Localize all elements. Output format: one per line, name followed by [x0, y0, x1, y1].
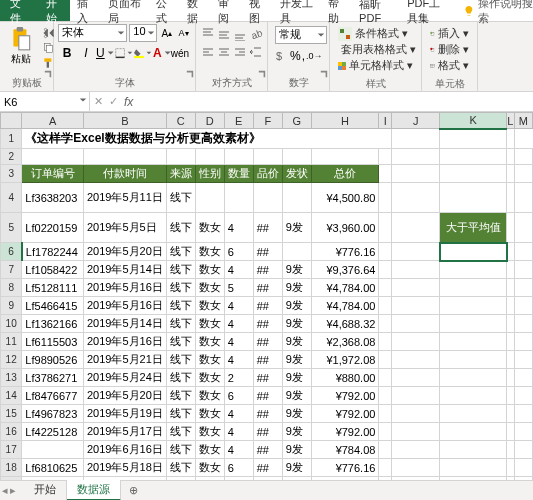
- cell[interactable]: 4: [224, 351, 253, 369]
- row-header[interactable]: 5: [1, 213, 22, 243]
- cell[interactable]: 4: [224, 405, 253, 423]
- cell[interactable]: 线下: [166, 243, 195, 261]
- sheet-tab[interactable]: 数据源: [67, 480, 121, 500]
- cell[interactable]: 2019年5月14日: [83, 315, 166, 333]
- cell[interactable]: ¥3,960.00: [311, 213, 379, 243]
- cell[interactable]: 数女: [195, 243, 224, 261]
- table-header[interactable]: 订单编号: [22, 165, 84, 183]
- fx-icon[interactable]: fx: [124, 95, 133, 109]
- cell[interactable]: Lf9890526: [22, 351, 84, 369]
- cell[interactable]: [195, 183, 224, 213]
- cell[interactable]: [392, 387, 440, 405]
- cell[interactable]: 9发: [282, 261, 311, 279]
- cell[interactable]: 线下: [166, 405, 195, 423]
- cell[interactable]: 线下: [166, 441, 195, 459]
- row-header[interactable]: 1: [1, 129, 22, 149]
- row-header[interactable]: 16: [1, 423, 22, 441]
- cell[interactable]: 2019年5月14日: [83, 261, 166, 279]
- row-header[interactable]: 9: [1, 297, 22, 315]
- cell[interactable]: ¥4,784.00: [311, 297, 379, 315]
- cell[interactable]: 4: [224, 333, 253, 351]
- cell[interactable]: 2019年5月20日: [83, 387, 166, 405]
- row-header[interactable]: 2: [1, 149, 22, 165]
- font-size-select[interactable]: 10: [129, 24, 157, 42]
- cell[interactable]: ##: [253, 387, 282, 405]
- cell[interactable]: 9发: [282, 351, 311, 369]
- cell[interactable]: [440, 441, 507, 459]
- paste-button[interactable]: 粘贴: [4, 24, 38, 70]
- cell[interactable]: 数女: [195, 213, 224, 243]
- cell[interactable]: 2019年5月21日: [83, 351, 166, 369]
- cell[interactable]: [22, 441, 84, 459]
- cell[interactable]: [440, 405, 507, 423]
- cell[interactable]: 9发: [282, 405, 311, 423]
- insert-cells-button[interactable]: 插入 ▾: [430, 26, 469, 41]
- cell[interactable]: 4: [224, 297, 253, 315]
- cell[interactable]: [392, 351, 440, 369]
- cell[interactable]: [514, 369, 532, 387]
- col-header-K[interactable]: K: [440, 113, 507, 129]
- cell[interactable]: 线下: [166, 279, 195, 297]
- cell[interactable]: ¥792.00: [311, 423, 379, 441]
- cell[interactable]: [507, 297, 515, 315]
- cell[interactable]: [514, 441, 532, 459]
- enter-formula-icon[interactable]: ✓: [109, 95, 118, 108]
- menu-插入[interactable]: 插入: [70, 0, 101, 21]
- table-header[interactable]: 付款时间: [83, 165, 166, 183]
- cell[interactable]: 2019年5月16日: [83, 333, 166, 351]
- cell[interactable]: 线下: [166, 297, 195, 315]
- delete-cells-button[interactable]: 删除 ▾: [430, 42, 469, 57]
- row-header[interactable]: 14: [1, 387, 22, 405]
- cell[interactable]: [379, 387, 392, 405]
- bold-button[interactable]: B: [58, 44, 76, 62]
- cell[interactable]: 2019年5月19日: [83, 405, 166, 423]
- cell[interactable]: [440, 297, 507, 315]
- cell[interactable]: 数女: [195, 261, 224, 279]
- cell[interactable]: ##: [253, 315, 282, 333]
- cell[interactable]: [507, 213, 515, 243]
- menu-PDF工具集[interactable]: PDF工具集: [400, 0, 457, 21]
- phonetic-button[interactable]: wén: [172, 44, 190, 62]
- cell[interactable]: 4: [224, 261, 253, 279]
- cell[interactable]: [379, 423, 392, 441]
- cell[interactable]: 2019年5月11日: [83, 183, 166, 213]
- decrease-font-button[interactable]: A▾: [176, 24, 191, 42]
- orientation-button[interactable]: ab: [248, 26, 263, 42]
- cell-styles-button[interactable]: 单元格样式 ▾: [338, 58, 413, 73]
- cell[interactable]: [282, 183, 311, 213]
- cell[interactable]: 2019年5月16日: [83, 297, 166, 315]
- sheet-nav-next[interactable]: ▸: [10, 484, 16, 497]
- col-header-B[interactable]: B: [83, 113, 166, 129]
- align-left-button[interactable]: [200, 44, 215, 60]
- dialog-launcher-icon[interactable]: [320, 70, 328, 78]
- cell[interactable]: ¥776.16: [311, 243, 379, 261]
- cell[interactable]: [392, 315, 440, 333]
- cell[interactable]: [379, 213, 392, 243]
- title-cell[interactable]: 《这样学Excel数据数据与分析更高效素材》: [22, 129, 392, 149]
- cell[interactable]: [392, 243, 440, 261]
- cell[interactable]: Lf3786271: [22, 369, 84, 387]
- cell[interactable]: [379, 279, 392, 297]
- table-header[interactable]: 来源: [166, 165, 195, 183]
- menu-开始[interactable]: 开始: [39, 0, 70, 21]
- cell[interactable]: 4: [224, 213, 253, 243]
- cell[interactable]: [392, 261, 440, 279]
- row-header[interactable]: 13: [1, 369, 22, 387]
- cell[interactable]: [514, 279, 532, 297]
- menu-视图[interactable]: 视图: [242, 0, 273, 21]
- cell[interactable]: [282, 243, 311, 261]
- cell[interactable]: ##: [253, 279, 282, 297]
- cell[interactable]: [507, 387, 515, 405]
- cell[interactable]: [392, 405, 440, 423]
- cell[interactable]: [514, 351, 532, 369]
- cell[interactable]: [379, 459, 392, 477]
- cell[interactable]: 6: [224, 459, 253, 477]
- cell[interactable]: 大于平均值: [440, 213, 507, 243]
- cell[interactable]: [507, 243, 515, 261]
- cell[interactable]: ##: [253, 297, 282, 315]
- cell[interactable]: 数女: [195, 279, 224, 297]
- cell[interactable]: [440, 459, 507, 477]
- cell[interactable]: [392, 369, 440, 387]
- cell[interactable]: [507, 423, 515, 441]
- menu-开发工具[interactable]: 开发工具: [273, 0, 321, 21]
